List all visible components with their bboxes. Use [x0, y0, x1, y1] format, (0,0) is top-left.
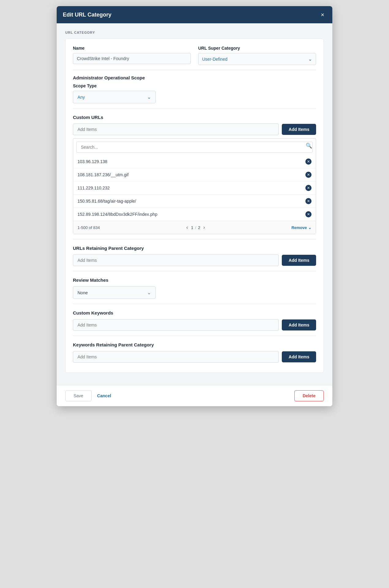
keywords-retaining-add-button[interactable]: Add Items [282, 351, 316, 362]
name-group: Name CrowdStrike Intel - Foundry [73, 46, 191, 65]
review-matches-section: Review Matches None ⌄ [73, 277, 316, 299]
review-matches-value: None [77, 290, 88, 295]
list-item: 152.89.198.124/8bdDsv3dk2FF/index.php ✕ [73, 208, 316, 221]
urls-retaining-section: URLs Retaining Parent Category Add Items [73, 246, 316, 266]
name-input[interactable]: CrowdStrike Intel - Foundry [73, 53, 191, 64]
url-super-category-value: User-Defined [202, 57, 227, 62]
url-search-input[interactable] [76, 142, 313, 153]
review-matches-title: Review Matches [73, 277, 316, 283]
remove-icon-4[interactable]: ✕ [305, 211, 312, 217]
name-label: Name [73, 46, 191, 51]
custom-urls-title: Custom URLs [73, 115, 316, 120]
pagination-row: 1-500 of 834 ‹ 1 / 2 › Remove ⌄ [73, 221, 316, 234]
url-search-row: 🔍 [73, 139, 316, 153]
cancel-button[interactable]: Cancel [95, 390, 113, 401]
divider-5 [73, 304, 316, 304]
save-button[interactable]: Save [65, 390, 92, 401]
scope-type-value: Any [77, 95, 85, 100]
url-list: 103.96.129.138 ✕ 108.181.187.236/__utm.g… [73, 155, 316, 221]
custom-keywords-add-row: Add Items [73, 319, 316, 331]
review-matches-select[interactable]: None ⌄ [73, 286, 156, 299]
custom-keywords-title: Custom Keywords [73, 310, 316, 315]
footer-left: Save Cancel [65, 390, 113, 401]
close-button[interactable]: × [319, 11, 326, 18]
custom-keywords-section: Custom Keywords Add Items [73, 310, 316, 331]
list-item: 111.229.110.232 ✕ [73, 181, 316, 195]
name-category-row: Name CrowdStrike Intel - Foundry URL Sup… [73, 46, 316, 65]
urls-retaining-title: URLs Retaining Parent Category [73, 246, 316, 251]
keywords-retaining-title: Keywords Retaining Parent Category [73, 342, 316, 347]
url-super-category-group: URL Super Category User-Defined ⌄ [198, 46, 316, 65]
divider-3 [73, 239, 316, 239]
remove-icon-3[interactable]: ✕ [305, 198, 312, 204]
pagination-range: 1-500 of 834 [77, 225, 100, 230]
next-page-button[interactable]: › [202, 224, 206, 231]
modal-footer: Save Cancel Delete [57, 385, 332, 406]
remove-chevron-icon: ⌄ [308, 225, 312, 230]
search-icon: 🔍 [306, 143, 312, 149]
modal-body: URL CATEGORY Name CrowdStrike Intel - Fo… [57, 23, 332, 385]
url-value: 150.95.81.68/tag/air-tag-apple/ [77, 199, 136, 204]
remove-icon-0[interactable]: ✕ [305, 158, 312, 165]
url-super-category-label: URL Super Category [198, 46, 316, 51]
url-value: 111.229.110.232 [77, 185, 110, 190]
custom-keywords-input[interactable] [73, 319, 279, 331]
custom-urls-input[interactable] [73, 124, 279, 135]
list-item: 150.95.81.68/tag/air-tag-apple/ ✕ [73, 195, 316, 208]
current-page: 1 [191, 225, 193, 230]
section-label: URL CATEGORY [65, 31, 324, 34]
remove-icon-2[interactable]: ✕ [305, 185, 312, 191]
urls-retaining-add-button[interactable]: Add Items [282, 255, 316, 266]
divider-6 [73, 336, 316, 336]
page-separator: / [195, 225, 196, 230]
prev-page-button[interactable]: ‹ [185, 224, 189, 231]
url-value: 103.96.129.138 [77, 159, 107, 164]
scope-type-select[interactable]: Any ⌄ [73, 91, 156, 103]
custom-keywords-add-button[interactable]: Add Items [282, 319, 316, 330]
scope-chevron-down-icon: ⌄ [147, 94, 151, 100]
urls-retaining-add-row: Add Items [73, 254, 316, 266]
chevron-down-icon: ⌄ [308, 56, 312, 62]
admin-scope-section: Administrator Operational Scope Scope Ty… [73, 75, 316, 103]
divider-4 [73, 271, 316, 271]
remove-icon-1[interactable]: ✕ [305, 172, 312, 178]
custom-urls-list-wrapper: 🔍 103.96.129.138 ✕ 108.181.187.236/__utm… [73, 138, 316, 234]
url-super-category-select[interactable]: User-Defined ⌄ [198, 53, 316, 65]
url-value: 152.89.198.124/8bdDsv3dk2FF/index.php [77, 212, 157, 217]
scope-type-label: Scope Type [73, 83, 316, 88]
list-item: 108.181.187.236/__utm.gif ✕ [73, 168, 316, 181]
edit-url-category-modal: Edit URL Category × URL CATEGORY Name Cr… [57, 6, 332, 406]
divider-1 [73, 70, 316, 70]
remove-dropdown-button[interactable]: Remove ⌄ [291, 225, 312, 230]
urls-retaining-input[interactable] [73, 254, 279, 266]
keywords-retaining-section: Keywords Retaining Parent Category Add I… [73, 342, 316, 363]
keywords-retaining-input[interactable] [73, 351, 279, 363]
admin-scope-title: Administrator Operational Scope [73, 75, 316, 80]
divider-2 [73, 108, 316, 109]
total-pages: 2 [198, 225, 200, 230]
modal-title: Edit URL Category [63, 12, 111, 18]
custom-urls-add-row: Add Items [73, 124, 316, 135]
list-item: 103.96.129.138 ✕ [73, 155, 316, 168]
remove-label: Remove [291, 225, 307, 230]
modal-header: Edit URL Category × [57, 6, 332, 23]
custom-urls-add-button[interactable]: Add Items [282, 124, 316, 135]
review-chevron-icon: ⌄ [147, 290, 151, 296]
custom-urls-section: Custom URLs Add Items 🔍 103.96.129.138 ✕ [73, 115, 316, 234]
main-form-card: Name CrowdStrike Intel - Foundry URL Sup… [65, 39, 324, 373]
keywords-retaining-add-row: Add Items [73, 351, 316, 363]
delete-button[interactable]: Delete [294, 390, 324, 401]
pagination-controls: ‹ 1 / 2 › [185, 224, 206, 231]
url-value: 108.181.187.236/__utm.gif [77, 172, 129, 177]
